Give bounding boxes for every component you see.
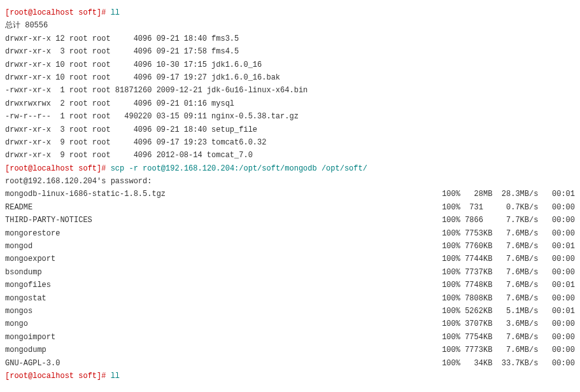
- ls-row: -rw-r--r-- 1 root root 490220 03-15 09:1…: [5, 110, 575, 123]
- transfer-row: bsondump100% 7737KB 7.6MB/s 00:00: [5, 266, 575, 279]
- prompt-host: localhost: [32, 164, 74, 173]
- transfer-filename: mongodump: [5, 344, 260, 356]
- transfer-stats: 100% 7744KB 7.6MB/s 00:00: [442, 253, 575, 265]
- scp-output: mongodb-linux-i686-static-1.8.5.tgz100% …: [5, 188, 575, 369]
- prompt-line-2: [root@localhost soft]# scp -r root@192.1…: [5, 162, 575, 175]
- total-line: 总计 80556: [5, 19, 575, 32]
- ls-row: drwxrwxrwx 2 root root 4096 09-21 01:16 …: [5, 97, 575, 110]
- transfer-row: mongo100% 3707KB 3.6MB/s 00:00: [5, 318, 575, 330]
- prompt-line-1: [root@localhost soft]# ll: [5, 6, 575, 19]
- transfer-filename: mongo: [5, 318, 260, 330]
- command-ll-1[interactable]: ll: [111, 8, 120, 17]
- transfer-stats: 100% 7753KB 7.6MB/s 00:00: [442, 227, 575, 240]
- transfer-filename: GNU-AGPL-3.0: [5, 357, 260, 370]
- transfer-stats: 100% 7737KB 7.6MB/s 00:00: [442, 266, 575, 279]
- ls-row: drwxr-xr-x 9 root root 4096 2012-08-14 t…: [5, 149, 575, 162]
- transfer-row: mongod100% 7760KB 7.6MB/s 00:01: [5, 240, 575, 253]
- transfer-filename: bsondump: [5, 266, 260, 279]
- transfer-filename: mongostat: [5, 292, 260, 305]
- transfer-row: GNU-AGPL-3.0100% 34KB 33.7KB/s 00:00: [5, 357, 575, 370]
- transfer-row: mongofiles100% 7748KB 7.6MB/s 00:01: [5, 279, 575, 291]
- prompt-hash: #: [101, 372, 110, 381]
- ls-row: drwxr-xr-x 3 root root 4096 09-21 17:58 …: [5, 45, 575, 58]
- transfer-stats: 100% 7748KB 7.6MB/s 00:01: [442, 279, 575, 291]
- prompt-user: root: [10, 8, 28, 17]
- transfer-stats: 100% 28MB 28.3MB/s 00:01: [442, 188, 575, 200]
- command-scp[interactable]: scp -r root@192.168.120.204:/opt/soft/mo…: [111, 164, 367, 173]
- prompt-hash: #: [101, 164, 110, 173]
- prompt-host: localhost: [32, 8, 74, 17]
- prompt-path: soft: [78, 372, 97, 381]
- ls-row: drwxr-xr-x 12 root root 4096 09-21 18:40…: [5, 32, 575, 45]
- transfer-filename: mongod: [5, 240, 260, 253]
- ls-row: drwxr-xr-x 10 root root 4096 10-30 17:15…: [5, 59, 575, 71]
- transfer-filename: mongos: [5, 305, 260, 318]
- transfer-stats: 100% 34KB 33.7KB/s 00:00: [442, 357, 575, 370]
- transfer-filename: mongoexport: [5, 253, 260, 265]
- transfer-stats: 100% 5262KB 5.1MB/s 00:01: [442, 305, 575, 318]
- command-ll-2[interactable]: ll: [111, 372, 120, 381]
- prompt-path: soft: [78, 164, 97, 173]
- transfer-row: mongodb-linux-i686-static-1.8.5.tgz100% …: [5, 188, 575, 200]
- transfer-row: mongodump100% 7773KB 7.6MB/s 00:00: [5, 344, 575, 356]
- transfer-filename: README: [5, 201, 260, 214]
- transfer-stats: 100% 7754KB 7.6MB/s 00:00: [442, 331, 575, 344]
- ls-row: drwxr-xr-x 10 root root 4096 09-17 19:27…: [5, 71, 575, 84]
- ls-row: drwxr-xr-x 3 root root 4096 09-21 18:40 …: [5, 123, 575, 136]
- prompt-host: localhost: [32, 372, 74, 381]
- transfer-row: mongoimport100% 7754KB 7.6MB/s 00:00: [5, 331, 575, 344]
- transfer-row: mongoexport100% 7744KB 7.6MB/s 00:00: [5, 253, 575, 265]
- transfer-filename: THIRD-PARTY-NOTICES: [5, 214, 260, 227]
- transfer-filename: mongoimport: [5, 331, 260, 344]
- prompt-line-3: [root@localhost soft]# ll: [5, 370, 575, 382]
- transfer-stats: 100% 7808KB 7.6MB/s 00:00: [442, 292, 575, 305]
- transfer-stats: 100% 7760KB 7.6MB/s 00:01: [442, 240, 575, 253]
- transfer-row: THIRD-PARTY-NOTICES100% 7866 7.7KB/s 00:…: [5, 214, 575, 227]
- password-prompt[interactable]: root@192.168.120.204's password:: [5, 175, 575, 188]
- transfer-row: mongos100% 5262KB 5.1MB/s 00:01: [5, 305, 575, 318]
- ls-row: -rwxr-xr-x 1 root root 81871260 2009-12-…: [5, 84, 575, 97]
- transfer-row: README100% 731 0.7KB/s 00:00: [5, 201, 575, 214]
- transfer-stats: 100% 7866 7.7KB/s 00:00: [442, 214, 575, 227]
- prompt-user: root: [10, 372, 28, 381]
- transfer-row: mongorestore100% 7753KB 7.6MB/s 00:00: [5, 227, 575, 240]
- prompt-hash: #: [101, 8, 110, 17]
- transfer-stats: 100% 731 0.7KB/s 00:00: [442, 201, 575, 214]
- transfer-filename: mongofiles: [5, 279, 260, 291]
- transfer-stats: 100% 7773KB 7.6MB/s 00:00: [442, 344, 575, 356]
- prompt-path: soft: [78, 8, 97, 17]
- transfer-row: mongostat100% 7808KB 7.6MB/s 00:00: [5, 292, 575, 305]
- ls-row: drwxr-xr-x 9 root root 4096 09-17 19:23 …: [5, 136, 575, 149]
- transfer-filename: mongorestore: [5, 227, 260, 240]
- prompt-user: root: [10, 164, 28, 173]
- ls-output: drwxr-xr-x 12 root root 4096 09-21 18:40…: [5, 32, 575, 162]
- transfer-filename: mongodb-linux-i686-static-1.8.5.tgz: [5, 188, 260, 200]
- transfer-stats: 100% 3707KB 3.6MB/s 00:00: [442, 318, 575, 330]
